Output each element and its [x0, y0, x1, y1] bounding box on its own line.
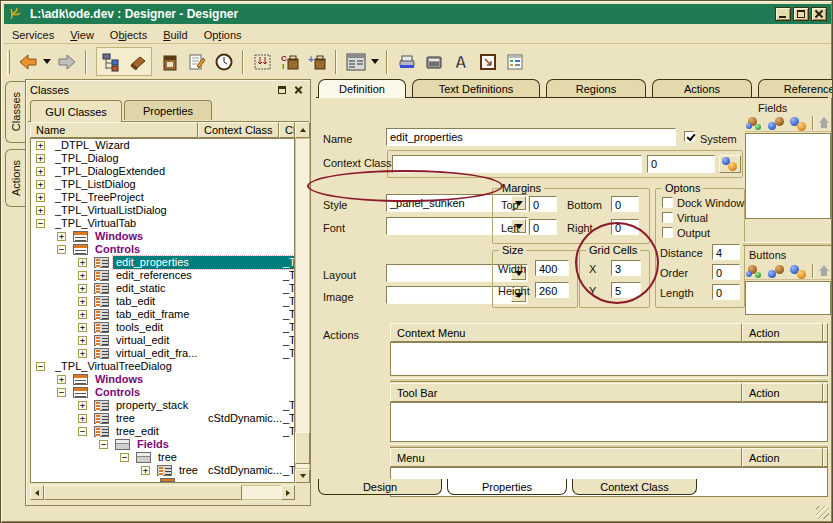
tool-bar-column-header[interactable]: Tool Bar: [390, 383, 742, 402]
tree-row-virtual_edit_fra...[interactable]: +virtual_edit_fra..._T: [31, 347, 294, 360]
collapse-icon[interactable]: −: [78, 427, 87, 436]
buttons-list[interactable]: [745, 281, 831, 315]
add-item-button[interactable]: +: [303, 48, 330, 75]
resize-grip[interactable]: [816, 506, 829, 519]
menu-item-view[interactable]: View: [62, 27, 102, 43]
tree-row-tree[interactable]: +treecStdDynamic..._T: [31, 412, 294, 425]
length-input[interactable]: 0: [712, 284, 740, 300]
menu-column-header[interactable]: Menu: [390, 448, 742, 467]
tree-row-tab_edit[interactable]: +tab_edit_T: [31, 295, 294, 308]
tree-row-Windows[interactable]: +Windows: [31, 373, 294, 386]
system-checkbox[interactable]: [684, 131, 695, 142]
tree-row-Controls[interactable]: −Controls: [31, 386, 294, 399]
fonts-button[interactable]: A: [447, 48, 474, 75]
tab-regions[interactable]: Regions: [546, 79, 646, 98]
tree-row-_TPL_ListDialog[interactable]: +_TPL_ListDialog: [31, 178, 294, 191]
tree-row-edit_references[interactable]: +edit_references_T: [31, 269, 294, 282]
expand-icon[interactable]: +: [78, 310, 87, 319]
dialog-form-button[interactable]: [501, 48, 528, 75]
expand-icon[interactable]: +: [78, 284, 87, 293]
context-class-count-input[interactable]: 0: [647, 155, 715, 173]
output-checkbox[interactable]: [662, 227, 673, 238]
expand-icon[interactable]: +: [36, 206, 45, 215]
context-menu-column-header[interactable]: Context Menu: [390, 323, 742, 342]
expand-icon[interactable]: +: [78, 336, 87, 345]
minimize-button[interactable]: [775, 7, 791, 21]
expand-icon[interactable]: +: [78, 414, 87, 423]
back-button[interactable]: [14, 48, 41, 75]
fields-list[interactable]: [745, 133, 831, 219]
dock-window-checkbox[interactable]: [662, 197, 673, 208]
tree-row-tree[interactable]: +treecStdDynamic..._T: [31, 464, 294, 477]
order-input[interactable]: 0: [712, 264, 740, 280]
expand-icon[interactable]: +: [78, 323, 87, 332]
collapse-icon[interactable]: −: [120, 453, 129, 462]
tree-scroll-up-button[interactable]: [295, 122, 310, 138]
grid-y-input[interactable]: 5: [611, 282, 641, 298]
tree-row-tab_edit_frame[interactable]: +tab_edit_frame_T: [31, 308, 294, 321]
tab-properties-left[interactable]: Properties: [124, 100, 212, 120]
tree-scroll-down-button[interactable]: [295, 469, 310, 483]
tab-gui-classes[interactable]: GUI Classes: [30, 100, 122, 122]
width-input[interactable]: 400: [535, 260, 569, 276]
add-button-button[interactable]: [745, 263, 766, 279]
close-icon[interactable]: [292, 84, 306, 97]
tree-row-tree_edit[interactable]: −tree_edit_T: [31, 425, 294, 438]
collapse-icon[interactable]: −: [57, 245, 66, 254]
button-reference-button[interactable]: [788, 263, 809, 279]
history-clock-button[interactable]: [210, 48, 237, 75]
link-button-button[interactable]: [766, 263, 787, 279]
print-dark-button[interactable]: [420, 48, 447, 75]
class-tree-button[interactable]: [97, 48, 124, 75]
tree-row-_TPL_VirtualTreeDialog[interactable]: −_TPL_VirtualTreeDialog: [31, 360, 294, 373]
move-up-button[interactable]: [817, 116, 831, 130]
collapse-icon[interactable]: −: [57, 388, 66, 397]
tree-row-_TPL_TreeProject[interactable]: +_TPL_TreeProject: [31, 191, 294, 204]
menu-item-objects[interactable]: Objects: [102, 27, 155, 43]
tree-hscrollbar-thumb[interactable]: [44, 485, 242, 500]
tab-text-definitions[interactable]: Text Definitions: [412, 79, 540, 98]
menu-item-build[interactable]: Build: [155, 27, 195, 43]
form-view-options-button[interactable]: [369, 48, 381, 75]
name-input[interactable]: edit_properties: [386, 128, 676, 146]
expand-icon[interactable]: +: [78, 297, 87, 306]
menu-item-options[interactable]: Options: [196, 27, 250, 43]
tab-actions[interactable]: Actions: [652, 79, 752, 98]
tree-row-tree[interactable]: −tree: [31, 451, 294, 464]
tree-vscrollbar[interactable]: [295, 138, 310, 469]
tree-row-_DTPL_Wizard[interactable]: +_DTPL_Wizard: [31, 139, 294, 152]
context-class-picker-button[interactable]: [719, 155, 741, 173]
column-header-context-class[interactable]: Context Class: [198, 122, 279, 138]
bottom-tab-properties[interactable]: Properties: [447, 479, 567, 495]
expand-icon[interactable]: +: [141, 466, 150, 475]
import-grid-button[interactable]: [249, 48, 276, 75]
dock-icon[interactable]: [276, 84, 290, 97]
distance-input[interactable]: 4: [712, 244, 740, 260]
tree-row-tools_edit[interactable]: +tools_edit_T: [31, 321, 294, 334]
margin-right-input[interactable]: 0: [611, 219, 639, 235]
tree-row-_TPL_VirtualListDialog[interactable]: +_TPL_VirtualListDialog: [31, 204, 294, 217]
context-menu-action-column-header[interactable]: Action: [742, 323, 823, 342]
menu-action-column-header[interactable]: Action: [742, 448, 823, 467]
margin-left-input[interactable]: 0: [529, 219, 557, 235]
grid-x-input[interactable]: 3: [611, 260, 641, 276]
tree-row-virtual_edit[interactable]: +virtual_edit_T: [31, 334, 294, 347]
new-class-button[interactable]: C I: [276, 48, 303, 75]
expand-icon[interactable]: +: [57, 232, 66, 241]
tree-row-_TPL_DialogExtended[interactable]: +_TPL_DialogExtended: [31, 165, 294, 178]
tab-references[interactable]: References: [758, 79, 833, 98]
field-reference-button[interactable]: [788, 115, 809, 131]
maximize-button[interactable]: [793, 7, 809, 21]
link-field-button[interactable]: [766, 115, 787, 131]
tree-row-Windows[interactable]: +Windows: [31, 230, 294, 243]
expand-icon[interactable]: +: [36, 167, 45, 176]
expand-icon[interactable]: +: [78, 258, 87, 267]
bottom-tab-context-class[interactable]: Context Class: [572, 479, 697, 495]
move-up-button[interactable]: [817, 264, 831, 278]
expand-icon[interactable]: +: [78, 401, 87, 410]
forward-button[interactable]: [53, 48, 80, 75]
expand-icon[interactable]: +: [78, 271, 87, 280]
tool-bar-list[interactable]: [390, 402, 828, 442]
column-header-class[interactable]: Cl: [279, 122, 295, 138]
context-menu-list[interactable]: [390, 342, 828, 376]
